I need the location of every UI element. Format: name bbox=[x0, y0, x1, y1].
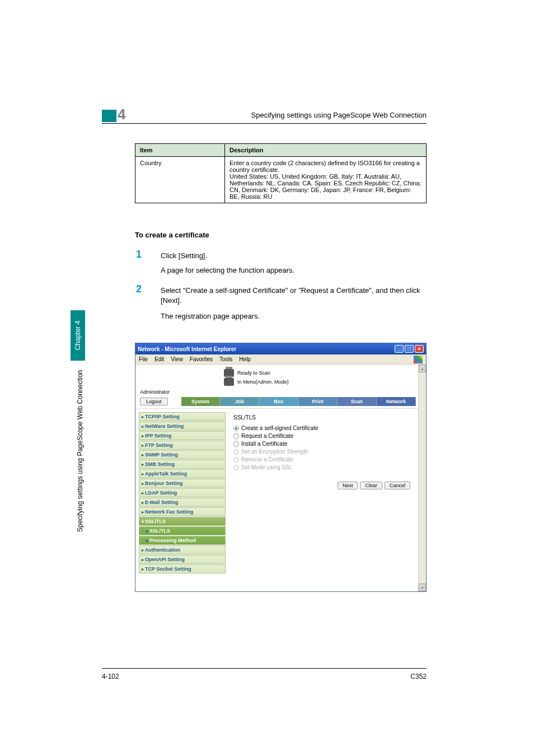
page-header-title: Specifying settings using PageScope Web … bbox=[251, 111, 427, 119]
nav-tcpip[interactable]: TCP/IP Setting bbox=[139, 412, 226, 421]
printer-mode-row: In Menu(Admin. Mode) bbox=[224, 378, 416, 386]
footer-rule bbox=[102, 668, 427, 669]
radio-row-create-self-signed[interactable]: Create a self-signed Certificate bbox=[233, 425, 410, 431]
step-number-2: 2 bbox=[136, 283, 142, 295]
table-row: Country Enter a country code (2 characte… bbox=[135, 157, 427, 203]
tab-system[interactable]: System bbox=[181, 397, 221, 406]
step-2-text: Select "Create a self-signed Certificate… bbox=[161, 286, 427, 306]
scroll-track[interactable] bbox=[419, 372, 426, 584]
menu-favorites[interactable]: Favorites bbox=[190, 356, 213, 362]
menu-file[interactable]: File bbox=[139, 356, 148, 362]
tabs-row: Logout System Job Box Print Scan Network bbox=[140, 397, 416, 406]
nav-openapi[interactable]: OpenAPI Setting bbox=[139, 555, 226, 564]
nav-smb[interactable]: SMB Setting bbox=[139, 460, 226, 469]
nav-ftp[interactable]: FTP Setting bbox=[139, 441, 226, 450]
nav-ssltls-sub[interactable]: SSL/TLS bbox=[139, 526, 226, 535]
close-button[interactable]: × bbox=[415, 345, 424, 353]
step-2-subtext: The registration page appears. bbox=[161, 311, 427, 321]
ie-logo-icon bbox=[414, 356, 423, 363]
scroll-down-icon[interactable]: ▼ bbox=[419, 584, 426, 591]
logout-button[interactable]: Logout bbox=[140, 398, 168, 405]
radio-icon bbox=[233, 457, 239, 463]
chapter-number: 4 bbox=[118, 106, 125, 123]
step-1-subtext: A page for selecting the function appear… bbox=[161, 265, 427, 276]
tab-print[interactable]: Print bbox=[298, 397, 338, 406]
radio-label: Set Mode using SSL bbox=[241, 464, 292, 470]
nav-ssltls[interactable]: SSL/TLS bbox=[139, 517, 226, 526]
side-rotated-title: Specifying settings using PageScope Web … bbox=[76, 370, 84, 532]
step-1-text: Click [Setting]. bbox=[161, 251, 427, 261]
scrollbar[interactable]: ▲ ▼ bbox=[418, 365, 426, 591]
side-chapter-text: Chapter 4 bbox=[74, 321, 82, 351]
radio-row-install-cert[interactable]: Install a Certificate bbox=[233, 441, 410, 447]
radio-label: Set an Encryption Strength bbox=[241, 449, 308, 455]
tab-job[interactable]: Job bbox=[220, 397, 259, 406]
radio-row-encryption-strength: Set an Encryption Strength bbox=[233, 449, 410, 455]
printer-icon bbox=[224, 378, 234, 386]
radio-icon[interactable] bbox=[233, 433, 239, 439]
side-chapter-badge: Chapter 4 bbox=[71, 310, 85, 361]
browser-menubar: File Edit View Favorites Tools Help bbox=[135, 354, 426, 365]
menu-tools[interactable]: Tools bbox=[219, 356, 232, 362]
tab-network[interactable]: Network bbox=[377, 397, 416, 406]
nav-email[interactable]: E-Mail Setting bbox=[139, 498, 226, 507]
nav-netware[interactable]: NetWare Setting bbox=[139, 422, 226, 431]
table-header-item: Item bbox=[135, 144, 225, 157]
window-title: Network - Microsoft Internet Explorer bbox=[138, 346, 236, 352]
window-titlebar: Network - Microsoft Internet Explorer _ … bbox=[135, 343, 426, 354]
nav-ipp[interactable]: IPP Setting bbox=[139, 431, 226, 440]
nav-tcp-socket[interactable]: TCP Socket Setting bbox=[139, 564, 226, 573]
radio-row-request-cert[interactable]: Request a Certificate bbox=[233, 433, 410, 439]
menu-view[interactable]: View bbox=[171, 356, 183, 362]
radio-label: Request a Certificate bbox=[241, 433, 293, 439]
nav-snmp[interactable]: SNMP Setting bbox=[139, 450, 226, 459]
section-subheading: To create a certificate bbox=[135, 231, 209, 239]
radio-icon bbox=[233, 465, 239, 470]
minimize-button[interactable]: _ bbox=[395, 345, 404, 353]
table-cell-item: Country bbox=[135, 157, 225, 203]
header-rule bbox=[102, 123, 427, 124]
panel-title: SSL/TLS bbox=[233, 414, 410, 421]
status-menu-mode: In Menu(Admin. Mode) bbox=[237, 379, 289, 385]
header-accent-bar bbox=[102, 110, 116, 122]
description-table: Item Description Country Enter a country… bbox=[135, 143, 427, 203]
tab-box[interactable]: Box bbox=[259, 397, 298, 406]
button-row: Next Clear Cancel bbox=[233, 482, 410, 489]
main-panel: SSL/TLS Create a self-signed Certificate… bbox=[229, 412, 415, 588]
menu-help[interactable]: Help bbox=[239, 356, 251, 362]
cancel-button[interactable]: Cancel bbox=[385, 482, 410, 489]
table-header-description: Description bbox=[225, 144, 427, 157]
nav-appletalk[interactable]: AppleTalk Setting bbox=[139, 469, 226, 478]
settings-sidebar: TCP/IP Setting NetWare Setting IPP Setti… bbox=[139, 412, 226, 588]
tab-scan[interactable]: Scan bbox=[338, 397, 377, 406]
radio-label: Remove a Certificate bbox=[241, 456, 293, 463]
footer-page-number: 4-102 bbox=[102, 673, 119, 680]
status-ready: Ready to Scan bbox=[237, 370, 270, 376]
administrator-label: Administrator bbox=[140, 389, 416, 395]
radio-label: Create a self-signed Certificate bbox=[241, 425, 318, 431]
next-button[interactable]: Next bbox=[338, 482, 358, 489]
clear-button[interactable]: Clear bbox=[360, 482, 382, 489]
maximize-button[interactable]: □ bbox=[405, 345, 414, 353]
radio-icon bbox=[233, 449, 239, 455]
browser-content: ▲ ▼ Ready to Scan In Menu(Admin. Mode) A… bbox=[135, 365, 426, 591]
table-cell-description: Enter a country code (2 characters) defi… bbox=[225, 157, 427, 203]
radio-label: Install a Certificate bbox=[241, 441, 287, 447]
window-buttons: _ □ × bbox=[395, 345, 424, 353]
step-number-1: 1 bbox=[136, 249, 142, 260]
browser-screenshot: Network - Microsoft Internet Explorer _ … bbox=[135, 343, 427, 592]
nav-bonjour[interactable]: Bonjour Setting bbox=[139, 479, 226, 488]
menu-edit[interactable]: Edit bbox=[154, 356, 164, 362]
radio-row-remove-cert: Remove a Certificate bbox=[233, 456, 410, 463]
printer-status-row: Ready to Scan bbox=[224, 369, 416, 377]
nav-authentication[interactable]: Authentication bbox=[139, 545, 226, 554]
footer-model: C352 bbox=[410, 673, 427, 680]
nav-processing-method[interactable]: Processing Method bbox=[139, 536, 226, 545]
radio-icon[interactable] bbox=[233, 441, 239, 447]
nav-ldap[interactable]: LDAP Setting bbox=[139, 488, 226, 497]
radio-row-set-mode-ssl: Set Mode using SSL bbox=[233, 464, 410, 470]
radio-icon[interactable] bbox=[233, 426, 239, 431]
nav-netfax[interactable]: Network Fax Setting bbox=[139, 507, 226, 516]
scroll-up-icon[interactable]: ▲ bbox=[419, 365, 426, 372]
